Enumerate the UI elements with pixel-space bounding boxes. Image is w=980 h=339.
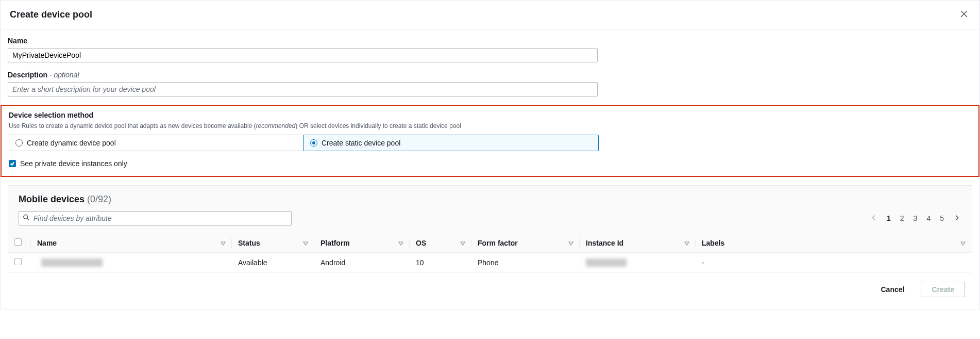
sort-icon <box>684 239 689 247</box>
sort-icon <box>398 239 403 247</box>
col-status[interactable]: Status <box>232 233 314 253</box>
page-1[interactable]: 1 <box>886 213 892 223</box>
sort-icon <box>568 239 573 247</box>
cell-instance-id: ████████ <box>580 253 696 272</box>
search-wrap <box>19 211 292 225</box>
sort-icon <box>960 239 966 247</box>
svg-point-0 <box>24 215 28 219</box>
col-form-factor[interactable]: Form factor <box>471 233 580 253</box>
close-button[interactable] <box>958 8 970 22</box>
cell-form-factor: Phone <box>471 253 580 272</box>
sort-icon <box>221 239 226 247</box>
cell-name: ████████████ <box>37 259 226 267</box>
radio-icon <box>15 139 23 147</box>
panel-header: Mobile devices (0/92) 1 <box>8 186 972 233</box>
table-row[interactable]: ████████████ Available Android 10 Phone … <box>8 253 972 272</box>
device-name-redacted: ████████████ <box>41 259 103 267</box>
option-static-pool[interactable]: Create static device pool <box>303 135 599 151</box>
panel-toolbar: 1 2 3 4 5 <box>19 211 961 225</box>
pagination: 1 2 3 4 5 <box>869 213 961 224</box>
name-label: Name <box>8 37 972 45</box>
page-3[interactable]: 3 <box>913 213 919 223</box>
device-search-input[interactable] <box>19 211 292 225</box>
col-select-all <box>8 233 31 253</box>
description-label: Description - optional <box>8 71 972 79</box>
col-platform[interactable]: Platform <box>314 233 410 253</box>
devices-table: Name Status Platform OS <box>8 233 972 272</box>
page-5[interactable]: 5 <box>939 213 945 223</box>
close-icon <box>960 12 968 20</box>
cell-platform: Android <box>314 253 410 272</box>
selection-method-label: Device selection method <box>9 111 971 119</box>
modal-header: Create device pool <box>1 1 979 29</box>
selection-method-help: Use Rules to create a dynamic device poo… <box>9 122 971 130</box>
page-prev[interactable] <box>869 213 878 224</box>
radio-icon <box>310 139 317 147</box>
page-2[interactable]: 2 <box>899 213 905 223</box>
col-instance-id[interactable]: Instance Id <box>580 233 696 253</box>
private-only-checkbox[interactable] <box>9 160 16 167</box>
create-device-pool-modal: Create device pool Name Description - op… <box>0 0 980 310</box>
page-4[interactable]: 4 <box>925 213 932 223</box>
cancel-button[interactable]: Cancel <box>870 282 915 297</box>
table-header-row: Name Status Platform OS <box>8 233 972 253</box>
panel-title: Mobile devices (0/92) <box>19 194 961 205</box>
select-all-checkbox[interactable] <box>14 238 22 246</box>
search-icon <box>23 214 30 223</box>
description-field-group: Description - optional <box>8 71 972 96</box>
name-input[interactable] <box>8 48 598 62</box>
page-next[interactable] <box>952 213 961 224</box>
sort-icon <box>303 239 308 247</box>
row-checkbox[interactable] <box>14 258 22 265</box>
cell-os: 10 <box>410 253 471 272</box>
modal-footer: Cancel Create <box>8 272 972 302</box>
mobile-devices-panel: Mobile devices (0/92) 1 <box>8 185 972 272</box>
col-name[interactable]: Name <box>31 233 232 253</box>
modal-body: Name Description - optional Device selec… <box>1 29 979 310</box>
modal-title: Create device pool <box>10 9 92 20</box>
selection-method-toggle: Create dynamic device pool Create static… <box>9 135 599 151</box>
sort-icon <box>460 239 465 247</box>
selection-method-highlight: Device selection method Use Rules to cre… <box>1 105 979 177</box>
description-input[interactable] <box>8 82 598 96</box>
name-field-group: Name <box>8 37 972 62</box>
cell-labels: - <box>696 253 972 272</box>
col-labels[interactable]: Labels <box>696 233 972 253</box>
col-os[interactable]: OS <box>410 233 471 253</box>
create-button[interactable]: Create <box>921 282 965 297</box>
private-only-label: See private device instances only <box>20 159 127 168</box>
private-only-row: See private device instances only <box>9 159 971 168</box>
cell-status: Available <box>232 253 314 272</box>
option-dynamic-pool[interactable]: Create dynamic device pool <box>9 135 303 151</box>
